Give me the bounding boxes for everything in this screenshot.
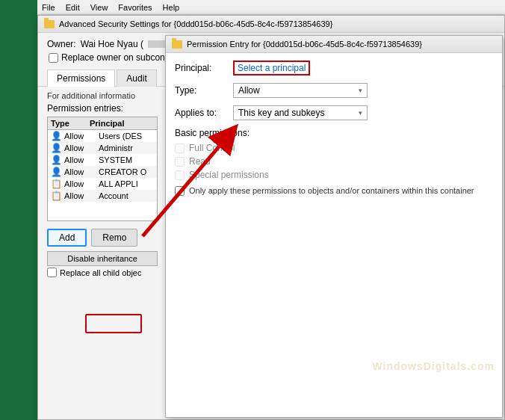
outer-window-title-text: Advanced Security Settings for {0ddd015d… (59, 19, 332, 28)
select-principal-link[interactable]: Select a principal (233, 61, 310, 75)
advanced-security-window: Advanced Security Settings for {0ddd015d… (37, 15, 505, 420)
table-row[interactable]: 📋 Allow ALL APPLI (48, 178, 157, 190)
table-row[interactable]: 👤 Allow CREATOR O (48, 166, 157, 178)
replace-child-checkbox[interactable] (47, 268, 57, 277)
basic-permissions-section: Basic permissions: Full Control Read Spe… (175, 128, 493, 180)
entry-icon: 👤 (51, 167, 61, 177)
only-apply-checkbox[interactable] (175, 186, 185, 196)
remove-button[interactable]: Remo (91, 229, 137, 247)
only-apply-label: Only apply these permissions to objects … (189, 186, 474, 195)
owner-name: Wai Hoe Nyau ( (81, 39, 143, 49)
outer-window-title: Advanced Security Settings for {0ddd015d… (38, 16, 504, 33)
applies-to-label: Applies to: (175, 108, 227, 118)
entry-icon: 📋 (51, 179, 61, 189)
perm-label: Special permissions (189, 170, 269, 180)
perm-entry-title-text: Permission Entry for {0ddd015d-b06c-45d5… (187, 40, 422, 49)
principal-row: Principal: Select a principal (175, 61, 493, 75)
table-row[interactable]: 👤 Allow Users (DES (48, 130, 157, 142)
perm-label: Read (189, 156, 211, 167)
col-principal: Principal (90, 119, 142, 128)
entry-principal: ALL APPLI (99, 179, 138, 188)
folder-icon-dialog (172, 40, 182, 49)
menu-favorites[interactable]: Favorites (118, 3, 152, 12)
permission-rows: 👤 Allow Users (DES 👤 Allow Administr 👤 A… (48, 130, 157, 202)
table-row[interactable]: 👤 Allow Administr (48, 142, 157, 154)
perm-entry-body: Principal: Select a principal Type: Allo… (166, 53, 502, 203)
type-dropdown-arrow: ▾ (359, 87, 362, 94)
table-row[interactable]: 📋 Allow Account (48, 190, 157, 202)
applies-to-dropdown-arrow: ▾ (359, 109, 362, 117)
add-button-highlight (85, 314, 142, 333)
menu-bar: File Edit View Favorites Help (37, 0, 505, 15)
entry-icon: 👤 (51, 131, 61, 141)
folder-icon (44, 20, 55, 28)
permission-entry-dialog: Permission Entry for {0ddd015d-b06c-45d5… (165, 35, 503, 418)
type-value: Allow (238, 85, 260, 96)
tab-permissions[interactable]: Permissions (47, 70, 115, 87)
entry-type: Allow (64, 191, 96, 200)
permission-table: Type Principal 👤 Allow Users (DES 👤 Allo… (47, 117, 158, 221)
replace-child-label: Replace all child objec (60, 268, 141, 277)
menu-help[interactable]: Help (163, 3, 180, 12)
menu-view[interactable]: View (90, 3, 108, 12)
entry-icon: 👤 (51, 155, 61, 165)
add-button[interactable]: Add (47, 229, 87, 247)
basic-perm-title: Basic permissions: (175, 128, 493, 138)
entry-principal: Account (99, 191, 128, 200)
entry-icon: 📋 (51, 191, 61, 201)
applies-to-value: This key and subkeys (238, 108, 324, 118)
entry-principal: CREATOR O (99, 167, 146, 176)
replace-owner-checkbox[interactable] (49, 53, 58, 63)
type-label: Type: (175, 85, 227, 96)
type-row: Type: Allow ▾ (175, 83, 493, 98)
perm-checkbox (175, 143, 185, 153)
entry-type: Allow (64, 155, 96, 164)
basic-perm-row[interactable]: Read (175, 156, 493, 167)
perm-entry-title: Permission Entry for {0ddd015d-b06c-45d5… (166, 36, 502, 53)
table-row[interactable]: 👤 Allow SYSTEM (48, 154, 157, 166)
menu-file[interactable]: File (42, 3, 55, 12)
table-header: Type Principal (48, 117, 157, 130)
entry-type: Allow (64, 179, 96, 188)
basic-perm-row[interactable]: Special permissions (175, 170, 493, 180)
entry-principal: Users (DES (99, 132, 142, 140)
applies-to-row: Applies to: This key and subkeys ▾ (175, 105, 493, 120)
entry-type: Allow (64, 167, 96, 176)
entry-type: Allow (64, 132, 96, 140)
perm-label: Full Control (189, 143, 235, 153)
principal-label: Principal: (175, 63, 227, 73)
only-apply-row: Only apply these permissions to objects … (175, 186, 493, 196)
disable-inheritance-button[interactable]: Disable inheritance (47, 251, 158, 266)
tab-audit[interactable]: Audit (117, 70, 156, 87)
basic-perm-row[interactable]: Full Control (175, 143, 493, 153)
watermark: WindowsDigitals.com (372, 360, 495, 372)
entry-principal: SYSTEM (99, 155, 132, 164)
basic-perm-rows: Full Control Read Special permissions (175, 143, 493, 180)
type-dropdown[interactable]: Allow ▾ (233, 83, 368, 98)
entry-icon: 👤 (51, 143, 61, 153)
entry-principal: Administr (99, 143, 133, 152)
owner-label: Owner: (47, 39, 76, 49)
applies-to-dropdown[interactable]: This key and subkeys ▾ (233, 105, 368, 120)
menu-edit[interactable]: Edit (66, 3, 80, 12)
col-type: Type (51, 119, 82, 128)
perm-checkbox (175, 157, 185, 167)
entry-type: Allow (64, 143, 96, 152)
perm-checkbox (175, 170, 185, 180)
